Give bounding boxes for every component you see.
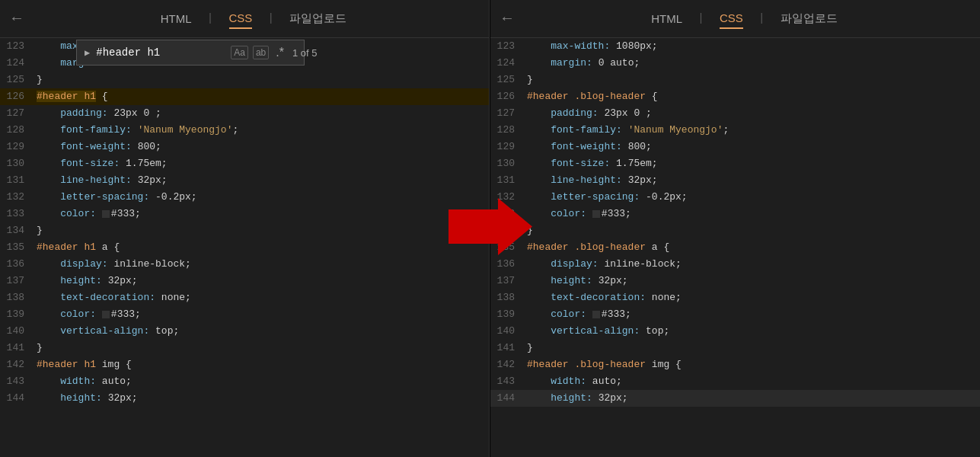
code-content: #header h1 { bbox=[37, 88, 108, 105]
code-line-135: 135 #header h1 a { bbox=[0, 239, 489, 256]
code-line-141: 141 } bbox=[0, 340, 489, 356]
right-tab-css[interactable]: CSS bbox=[720, 8, 743, 29]
code-line-136: 136 display: inline-block; bbox=[0, 256, 489, 273]
line-num: 123 bbox=[0, 38, 37, 55]
line-num: 138 bbox=[0, 289, 37, 306]
code-content: line-height: 32px; bbox=[37, 172, 168, 189]
search-bar: ▶ Aa ab .* 1 of 5 bbox=[76, 40, 305, 66]
code-content: height: 32px; bbox=[37, 273, 138, 289]
code-content: max-width: 1080px; bbox=[527, 38, 658, 55]
whole-word-button[interactable]: ab bbox=[253, 46, 269, 59]
line-num: 125 bbox=[490, 72, 527, 88]
right-back-button[interactable]: ← bbox=[503, 10, 512, 27]
code-content: #header .blog-header { bbox=[527, 88, 658, 105]
line-num: 140 bbox=[490, 323, 527, 340]
code-content: #header h1 img { bbox=[37, 356, 132, 373]
code-line-143: 143 width: auto; bbox=[490, 373, 980, 390]
code-content: font-size: 1.75em; bbox=[527, 155, 658, 172]
code-content: text-decoration: none; bbox=[37, 289, 191, 306]
search-options: Aa ab .* bbox=[231, 45, 286, 60]
line-num: 136 bbox=[0, 256, 37, 273]
right-arrow-icon bbox=[449, 198, 532, 255]
code-content: margin: 0 auto; bbox=[527, 55, 640, 72]
line-num: 137 bbox=[0, 273, 37, 289]
right-tab-upload[interactable]: 파일업로드 bbox=[780, 11, 838, 26]
code-content: color: #333; bbox=[527, 206, 631, 222]
code-content: } bbox=[527, 72, 533, 88]
code-line-131: 131 line-height: 32px; bbox=[490, 172, 980, 189]
line-num: 142 bbox=[490, 356, 527, 373]
code-line-126: 126 #header h1 { bbox=[0, 88, 489, 105]
code-content: display: inline-block; bbox=[37, 256, 191, 273]
search-expand-icon[interactable]: ▶ bbox=[85, 47, 90, 59]
line-num: 131 bbox=[0, 172, 37, 189]
left-tab-css[interactable]: CSS bbox=[229, 8, 253, 29]
line-num: 137 bbox=[490, 273, 527, 289]
left-panel: ← HTML | CSS | 파일업로드 ▶ Aa ab .* 1 of 5 1… bbox=[0, 0, 490, 457]
code-content: text-decoration: none; bbox=[527, 289, 682, 306]
line-num: 125 bbox=[0, 72, 37, 88]
left-back-button[interactable]: ← bbox=[12, 10, 21, 27]
code-content: height: 32px; bbox=[527, 273, 628, 289]
search-input[interactable] bbox=[96, 46, 225, 59]
code-content: height: 32px; bbox=[527, 390, 628, 407]
code-content: font-weight: 800; bbox=[527, 139, 652, 155]
line-num: 124 bbox=[490, 55, 527, 72]
line-num: 126 bbox=[490, 88, 527, 105]
code-content: } bbox=[527, 340, 533, 356]
color-swatch bbox=[102, 311, 110, 318]
line-num: 132 bbox=[0, 189, 37, 206]
code-content: padding: 23px 0 ; bbox=[37, 105, 161, 122]
line-num: 129 bbox=[0, 139, 37, 155]
line-num: 144 bbox=[0, 390, 37, 407]
code-line-141: 141 } bbox=[490, 340, 980, 356]
line-num: 140 bbox=[0, 323, 37, 340]
right-tab-html[interactable]: HTML bbox=[651, 9, 682, 28]
code-line-142: 142 #header h1 img { bbox=[0, 356, 489, 373]
code-line-130: 130 font-size: 1.75em; bbox=[0, 155, 489, 172]
right-tab-group: HTML | CSS | 파일업로드 bbox=[521, 8, 968, 29]
code-content: letter-spacing: -0.2px; bbox=[37, 189, 197, 206]
code-line-132: 132 letter-spacing: -0.2px; bbox=[0, 189, 489, 206]
line-num: 138 bbox=[490, 289, 527, 306]
left-tab-group: HTML | CSS | 파일업로드 bbox=[30, 8, 477, 29]
code-content: } bbox=[37, 222, 43, 239]
left-code-area: 123 max-width 124 margin: 0 125 } 126 #h… bbox=[0, 38, 489, 457]
line-num: 139 bbox=[490, 306, 527, 323]
regex-button[interactable]: .* bbox=[273, 45, 286, 60]
line-num: 143 bbox=[490, 373, 527, 390]
code-content: vertical-align: top; bbox=[527, 323, 669, 340]
code-line-129: 129 font-weight: 800; bbox=[0, 139, 489, 155]
svg-marker-0 bbox=[449, 198, 532, 255]
right-code-area: 123 max-width: 1080px; 124 margin: 0 aut… bbox=[490, 38, 980, 457]
code-line-124: 124 margin: 0 auto; bbox=[490, 55, 980, 72]
code-line-140: 140 vertical-align: top; bbox=[490, 323, 980, 340]
code-line-133: 133 color: #333; bbox=[0, 206, 489, 222]
line-num: 130 bbox=[0, 155, 37, 172]
code-content: font-family: 'Nanum Myeongjo'; bbox=[527, 122, 729, 139]
code-line-140: 140 vertical-align: top; bbox=[0, 323, 489, 340]
match-case-button[interactable]: Aa bbox=[231, 46, 248, 59]
left-tab-html[interactable]: HTML bbox=[161, 9, 192, 28]
left-tab-upload[interactable]: 파일업로드 bbox=[289, 11, 346, 26]
line-num: 127 bbox=[0, 105, 37, 122]
right-panel: ← HTML | CSS | 파일업로드 123 max-width: 1080… bbox=[490, 0, 980, 457]
code-content: vertical-align: top; bbox=[37, 323, 179, 340]
code-line-125: 125 } bbox=[490, 72, 980, 88]
code-content: #header .blog-header img { bbox=[527, 356, 682, 373]
code-line-136: 136 display: inline-block; bbox=[490, 256, 980, 273]
line-num: 131 bbox=[490, 172, 527, 189]
line-num: 133 bbox=[0, 206, 37, 222]
code-line-128: 128 font-family: 'Nanum Myeongjo'; bbox=[0, 122, 489, 139]
code-content: letter-spacing: -0.2px; bbox=[527, 189, 688, 206]
arrow-container bbox=[449, 198, 532, 259]
line-num: 129 bbox=[490, 139, 527, 155]
code-line-144: 144 height: 32px; bbox=[0, 390, 489, 407]
code-line-127: 127 padding: 23px 0 ; bbox=[490, 105, 980, 122]
code-content: width: auto; bbox=[527, 373, 622, 390]
code-content: line-height: 32px; bbox=[527, 172, 658, 189]
right-header: ← HTML | CSS | 파일업로드 bbox=[490, 0, 980, 38]
code-content: color: #333; bbox=[37, 306, 141, 323]
code-line-135: 135 #header .blog-header a { bbox=[490, 239, 980, 256]
color-swatch bbox=[592, 311, 600, 318]
